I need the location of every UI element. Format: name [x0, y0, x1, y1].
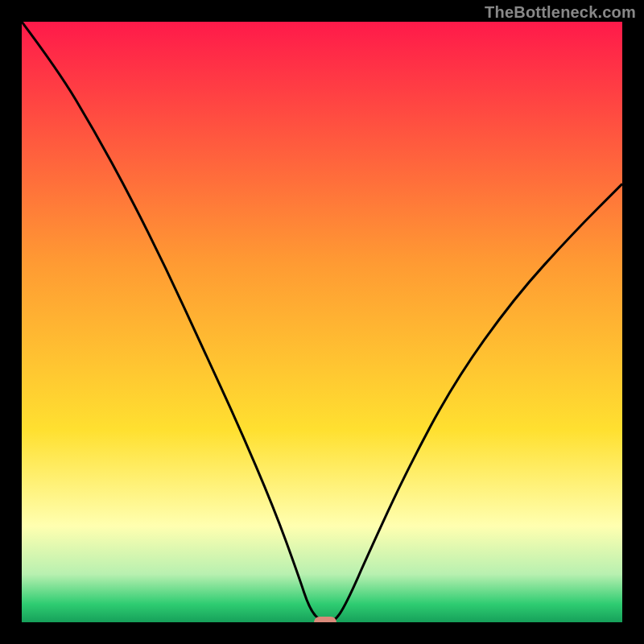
bottleneck-curve [22, 22, 622, 622]
chart-container: TheBottleneck.com [0, 0, 644, 644]
plot-area [22, 22, 622, 622]
optimal-marker [314, 617, 336, 622]
watermark-text: TheBottleneck.com [485, 3, 636, 22]
